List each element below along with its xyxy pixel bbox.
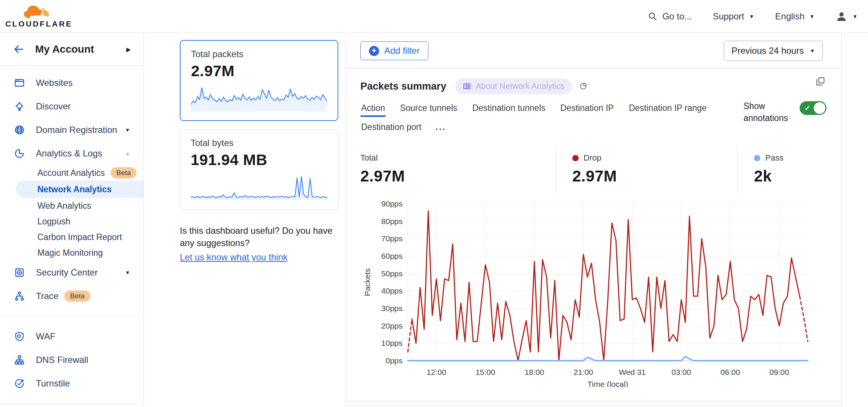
svg-text:03:00: 03:00 [671,368,691,376]
more-tabs-button[interactable]: ... [435,119,446,135]
sidebar-item-label: Security Center [36,267,98,278]
tabs-row: Action Source tunnels Destination tunnel… [360,100,827,138]
sidebar-nav: Websites Discover Domain Registration ▼ [0,66,144,407]
tab-action[interactable]: Action [360,100,386,119]
sidebar-item-label: Websites [36,78,73,88]
feedback-link[interactable]: Let us know what you think [180,252,287,262]
stat-value: 2k [754,167,784,185]
sidebar-item-label: WAF [36,331,55,342]
card-label: Total packets [191,49,327,59]
language-menu[interactable]: English ▼ [775,11,815,22]
chevron-down-icon: ▼ [810,48,815,54]
packets-time-series-chart: 0pps10pps20pps30pps40pps50pps60pps70pps8… [360,199,826,387]
show-annotations-control: Show annotations ✓ [744,100,827,138]
logo-wordmark: CLOUDFLARE [5,19,73,28]
toggle-knob [814,102,825,114]
svg-text:0pps: 0pps [385,356,403,365]
tab-source-tunnels[interactable]: Source tunnels [399,100,458,119]
stat-label: Pass [765,153,784,163]
svg-text:80pps: 80pps [381,217,403,226]
sidebar-item-logpush[interactable]: Logpush [0,214,144,229]
sidebar-item-discover[interactable]: Discover [0,94,144,118]
drop-series-dot [572,155,579,161]
sidebar-item-trace[interactable]: Trace Beta [0,284,144,308]
account-menu[interactable]: ▼ [835,10,858,22]
sidebar-item-dns-firewall[interactable]: DNS Firewall [0,348,144,372]
check-icon: ✓ [804,104,810,112]
packets-summary-panel: Packets summary About Network Analytics … [346,69,841,387]
svg-text:Wed 31: Wed 31 [619,368,646,376]
time-range-dropdown[interactable]: Previous 24 hours ▼ [724,41,823,61]
svg-text:06:00: 06:00 [720,368,740,376]
svg-text:15:00: 15:00 [475,368,495,376]
time-range-label: Previous 24 hours [732,46,804,56]
sidebar-item-analytics-logs[interactable]: Analytics & Logs ▲ [0,142,144,165]
sidebar-item-security-center[interactable]: Security Center ▼ [0,261,144,284]
sidebar-divider [0,316,144,316]
support-label: Support [713,11,744,22]
sidebar-divider [0,403,144,404]
shield-gear-icon [13,331,25,342]
chevron-up-icon: ▲ [125,150,130,156]
expand-panel-icon[interactable] [815,76,826,87]
cloudflare-logo[interactable]: CLOUDFLARE [7,4,71,28]
safe-icon [13,267,25,278]
add-filter-label: Add filter [384,46,420,56]
sidebar-item-turnstile[interactable]: Turnstile [0,372,144,395]
svg-text:70pps: 70pps [381,234,403,243]
about-badge-label: About Network Analytics [476,81,564,91]
tab-destination-port[interactable]: Destination port [360,119,422,138]
panel-header: Packets summary About Network Analytics [360,78,827,94]
svg-text:Time (local): Time (local) [588,380,628,387]
chevron-right-icon[interactable]: ▶ [126,46,131,53]
stat-total: Total 2.97M [360,148,555,194]
stat-label: Total [360,153,378,163]
book-icon [463,82,471,90]
add-filter-button[interactable]: + Add filter [360,41,428,60]
sidebar-item-carbon-impact-report[interactable]: Carbon Impact Report [0,229,144,245]
chevron-down-icon: ▼ [809,13,815,19]
tab-destination-ip[interactable]: Destination IP [560,100,615,119]
sidebar-item-waf[interactable]: WAF [0,324,144,348]
svg-text:12:00: 12:00 [427,368,446,376]
sidebar-item-domain-registration[interactable]: Domain Registration ▼ [0,118,144,142]
svg-text:30pps: 30pps [381,304,403,313]
back-arrow-icon[interactable] [13,43,25,55]
tab-destination-ip-range[interactable]: Destination IP range [628,100,707,119]
total-packets-card[interactable]: Total packets 2.97M [180,40,338,121]
sidebar-item-account-analytics[interactable]: Account Analytics Beta [0,165,144,181]
sidebar-item-label: DNS Firewall [36,355,88,365]
total-bytes-card[interactable]: Total bytes 191.94 MB [180,129,338,209]
sidebar-item-label: Account Analytics [37,168,105,178]
globe-icon [13,124,25,136]
lightbulb-icon [13,101,25,112]
svg-text:21:00: 21:00 [573,368,593,376]
chart-container: 0pps10pps20pps30pps40pps50pps60pps70pps8… [360,199,827,387]
beta-badge: Beta [64,291,90,302]
svg-text:90pps: 90pps [381,199,403,208]
sidebar-item-web-analytics[interactable]: Web Analytics [0,198,144,214]
support-menu[interactable]: Support ▼ [713,11,754,22]
annotations-toggle[interactable]: ✓ [800,101,827,115]
pie-chart-icon[interactable] [579,82,588,91]
pie-chart-icon [13,148,25,159]
sidebar-item-magic-monitoring[interactable]: Magic Monitoring [0,245,144,261]
stat-drop: Drop 2.97M [555,148,737,194]
account-name: My Account [35,43,94,55]
tab-destination-tunnels[interactable]: Destination tunnels [471,100,546,119]
chevron-down-icon: ▼ [749,13,754,19]
language-label: English [775,11,805,22]
svg-text:09:00: 09:00 [769,368,789,376]
sidebar-item-label: Trace [36,291,58,301]
goto-search[interactable]: Go to... [648,11,692,22]
sidebar-item-websites[interactable]: Websites [0,71,144,94]
card-label: Total bytes [191,138,327,148]
stat-value: 2.97M [572,167,737,185]
about-network-analytics-badge[interactable]: About Network Analytics [455,78,572,94]
user-icon [835,10,847,22]
sidebar-item-label: Domain Registration [36,125,117,135]
stat-pass: Pass 2k [737,148,784,194]
sidebar-item-label: Analytics & Logs [36,148,102,159]
account-header: My Account ▶ [0,33,144,66]
sidebar-item-network-analytics[interactable]: Network Analytics [16,181,144,198]
